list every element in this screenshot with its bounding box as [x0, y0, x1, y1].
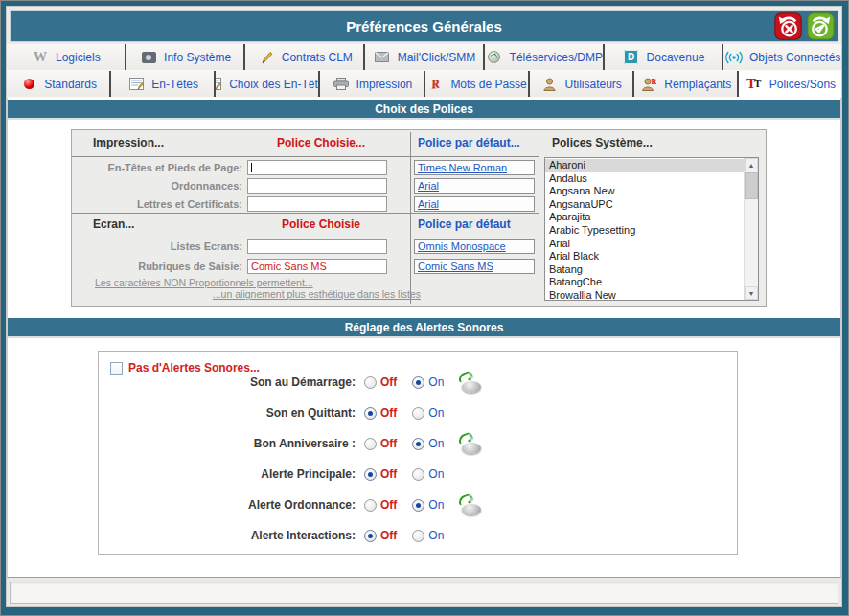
tab[interactable]: Téléservices/DMP	[485, 44, 605, 70]
radio-off-button[interactable]	[364, 376, 377, 389]
play-sound-button[interactable]: ♪	[457, 492, 486, 518]
radio-on-button[interactable]	[412, 499, 424, 512]
tab[interactable]: Impression	[320, 71, 424, 97]
radio-on-button[interactable]	[412, 407, 424, 420]
font-list-item[interactable]: Arial	[545, 238, 744, 251]
tab[interactable]: D Docavenue	[605, 44, 724, 70]
police-choisie-header: Police Choisie...	[251, 136, 391, 149]
tab-label: Remplaçants	[664, 78, 731, 91]
default-font-header: Police par défaut...	[418, 136, 520, 149]
off-label: Off	[380, 437, 397, 450]
sound-setting-label: Alerte Interactions:	[99, 529, 356, 542]
screen-font-rows: Listes Ecrans: Rubriques de Saisie:	[72, 236, 410, 276]
on-label: On	[428, 376, 444, 389]
list-scrollbar[interactable]: ▲ ▼	[744, 158, 758, 300]
font-list-item[interactable]: Aparajita	[545, 211, 744, 224]
screen-font-row: Listes Ecrans:	[72, 236, 410, 256]
radio-off-button[interactable]	[364, 530, 377, 542]
scroll-down-arrow[interactable]: ▼	[745, 286, 758, 300]
no-alerts-row: Pas d'Alertes Sonores...	[110, 361, 260, 375]
sounds-section-header: Réglage des Alertes Sonores	[8, 318, 840, 338]
music-note-icon: ♪	[465, 365, 476, 385]
default-font-buttons-print: Times New Roman Arial Arial	[414, 158, 535, 213]
play-sound-button[interactable]: ♪	[457, 431, 486, 457]
fonts-panel: Impression... Police Choisie... Police p…	[71, 129, 767, 307]
font-list-item[interactable]: Andalus	[545, 172, 744, 186]
document-edit-icon	[216, 78, 220, 90]
tab[interactable]: Mail'Click/SMM	[365, 44, 485, 70]
tab-label: Info Système	[164, 51, 231, 64]
tab[interactable]: Utilisateurs	[530, 71, 634, 97]
tab[interactable]: Standards	[7, 71, 111, 97]
mail-icon	[375, 52, 389, 62]
music-note-icon: ♪	[465, 426, 476, 446]
radio-on-button[interactable]	[412, 438, 424, 450]
validate-button[interactable]	[807, 12, 835, 40]
font-list-item[interactable]: Arial Black	[545, 250, 744, 263]
default-font-button[interactable]: Omnis Monospace	[414, 239, 535, 254]
play-sound-button[interactable]: ♪	[457, 370, 486, 396]
tab-label: Contrats CLM	[282, 51, 353, 64]
sound-setting-label: Bon Anniversaire :	[99, 437, 356, 450]
scroll-thumb[interactable]	[745, 172, 758, 199]
font-list-item[interactable]: Aharoni	[545, 159, 744, 172]
print-font-row: Ordonnances:	[72, 176, 410, 194]
radio-off-button[interactable]	[364, 499, 377, 512]
tab[interactable]: Choix des En-Têtes	[216, 71, 320, 97]
on-label: On	[428, 529, 444, 542]
tab[interactable]: R Remplaçants	[634, 71, 739, 97]
field-label: Listes Ecrans:	[72, 240, 247, 252]
no-alerts-checkbox[interactable]	[110, 362, 123, 375]
default-font-button[interactable]: Arial	[414, 196, 535, 212]
radio-on-button[interactable]	[412, 530, 424, 542]
tab-label: Utilisateurs	[565, 78, 622, 91]
font-list-item[interactable]: Batang	[545, 263, 744, 277]
status-field	[10, 582, 838, 604]
chosen-font-input[interactable]	[247, 259, 387, 274]
chosen-font-input[interactable]	[247, 160, 387, 175]
tab[interactable]: Contrats CLM	[245, 44, 365, 70]
tab[interactable]: TT Polices/Sons	[739, 71, 841, 97]
docavenue-icon: D	[624, 50, 638, 64]
tab[interactable]: Info Système	[126, 44, 246, 70]
radio-off-button[interactable]	[364, 468, 377, 481]
default-font-button[interactable]: Times New Roman	[414, 160, 535, 175]
font-list-item[interactable]: BatangChe	[545, 276, 744, 289]
chosen-font-input[interactable]	[247, 239, 387, 254]
system-info-icon	[142, 52, 156, 63]
titlebar-buttons	[774, 12, 835, 40]
sound-setting-label: Son en Quittant:	[99, 406, 356, 420]
radio-off-button[interactable]	[364, 407, 377, 420]
radio-on-button[interactable]	[412, 468, 424, 481]
cancel-button[interactable]	[774, 12, 802, 40]
tab[interactable]: W Logiciels	[7, 44, 126, 70]
tab[interactable]: En-Têtes	[111, 71, 216, 97]
screen-font-row: Rubriques de Saisie:	[72, 256, 410, 276]
tab-label: Standards	[44, 78, 97, 91]
radio-on-button[interactable]	[412, 376, 424, 389]
proportional-note: Les caractères NON Proportionnels permet…	[95, 277, 421, 300]
scroll-up-arrow[interactable]: ▲	[745, 158, 758, 171]
off-label: Off	[380, 498, 397, 512]
tab[interactable]: Objets Connectés	[723, 44, 841, 70]
preferences-window: Préférences Générales	[0, 0, 849, 616]
font-list-item[interactable]: Angsana New	[545, 185, 744, 198]
default-font-button[interactable]: Comic Sans MS	[414, 259, 535, 274]
default-font-button[interactable]: Arial	[414, 178, 535, 194]
tab[interactable]: R Mots de Passe	[425, 71, 530, 97]
radio-off-button[interactable]	[364, 438, 377, 450]
chosen-font-input[interactable]	[247, 196, 387, 212]
chosen-font-input[interactable]	[247, 178, 387, 194]
sound-setting-row: Alerte Interactions: Off On ♪	[99, 520, 737, 551]
print-font-row: En-Têtes et Pieds de Page:	[72, 158, 410, 176]
validate-undo-icon	[807, 12, 835, 40]
impression-header: Impression...	[93, 136, 164, 149]
system-fonts-list: Aharoni Andalus Angsana New AngsanaUPC A…	[545, 159, 744, 300]
field-label: En-Têtes et Pieds de Page:	[72, 162, 247, 173]
music-note-icon: ♪	[465, 488, 476, 508]
font-list-item[interactable]: AngsanaUPC	[545, 198, 744, 212]
font-list-item[interactable]: Browallia New	[545, 289, 744, 300]
font-list-item[interactable]: Arabic Typesetting	[545, 224, 744, 238]
field-label: Rubriques de Saisie:	[72, 261, 247, 272]
print-font-row: Lettres et Certificats:	[72, 194, 410, 213]
